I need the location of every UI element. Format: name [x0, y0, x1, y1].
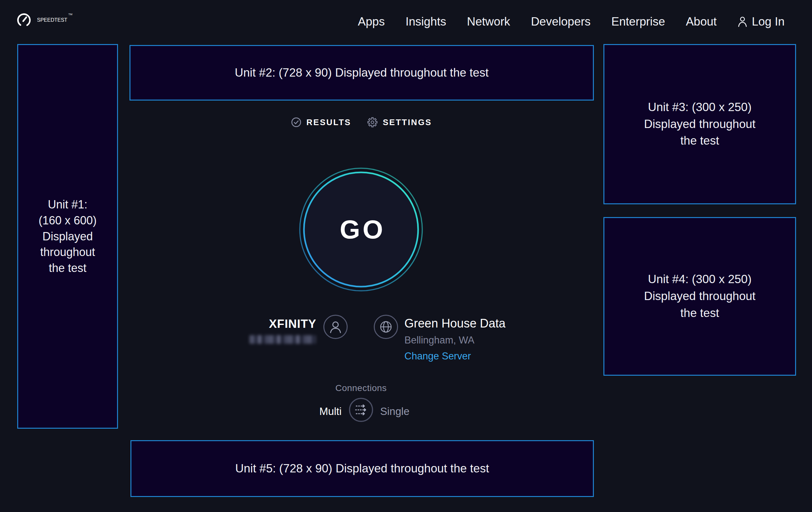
tab-results-label: RESULTS	[307, 117, 351, 127]
speedtest-logo[interactable]: SPEEDTEST™	[16, 12, 72, 28]
connection-mode-multi[interactable]: Multi	[287, 405, 342, 417]
nav-item-insights[interactable]: Insights	[405, 15, 446, 28]
go-button[interactable]: GO	[299, 167, 423, 292]
ad-unit-1: Unit #1: (160 x 600) Displayed throughou…	[17, 44, 118, 429]
ad-text: Unit #5: (728 x 90) Displayed throughout…	[235, 462, 489, 475]
ip-address-redacted	[250, 335, 316, 344]
ad-text-line: throughout	[40, 244, 95, 260]
speedometer-icon	[16, 12, 32, 28]
nav-menu: Apps Insights Network Developers Enterpr…	[358, 0, 785, 44]
multi-connections-icon	[349, 397, 374, 422]
ad-text-line: Displayed throughout	[644, 116, 756, 133]
login-label: Log In	[752, 15, 785, 28]
nav-item-about[interactable]: About	[686, 15, 717, 28]
ad-text-line: the test	[680, 305, 719, 322]
ad-text-line: the test	[49, 260, 86, 276]
speedtest-page: SPEEDTEST™ Apps Insights Network Develop…	[0, 0, 812, 512]
user-icon	[737, 16, 748, 27]
ad-unit-3: Unit #3: (300 x 250) Displayed throughou…	[603, 44, 796, 204]
go-label: GO	[299, 167, 423, 292]
ad-text-line: Unit #3: (300 x 250)	[648, 99, 752, 116]
nav-item-network[interactable]: Network	[467, 15, 510, 28]
ad-text-line: the test	[680, 132, 719, 150]
nav-item-apps[interactable]: Apps	[358, 15, 385, 28]
isp-name: XFINITY	[236, 317, 316, 331]
ad-unit-4: Unit #4: (300 x 250) Displayed throughou…	[603, 217, 796, 376]
ad-text-line: (160 x 600)	[38, 213, 97, 228]
view-tabs: RESULTS SETTINGS	[291, 117, 432, 128]
login-button[interactable]: Log In	[737, 15, 785, 28]
ad-text: Unit #2: (728 x 90) Displayed throughout…	[235, 66, 489, 79]
server-name: Green House Data	[404, 317, 505, 330]
logo-text: SPEEDTEST™	[37, 17, 72, 23]
ad-text-line: Unit #1:	[48, 197, 87, 213]
globe-icon	[374, 315, 398, 341]
ad-unit-5: Unit #5: (728 x 90) Displayed throughout…	[130, 440, 594, 497]
trademark-mark: ™	[68, 12, 73, 18]
gear-icon	[367, 117, 378, 128]
tab-settings[interactable]: SETTINGS	[367, 117, 432, 128]
ad-text-line: Displayed throughout	[644, 288, 756, 305]
ad-unit-2: Unit #2: (728 x 90) Displayed throughout…	[129, 45, 594, 101]
isp-user-circle-icon	[323, 315, 348, 341]
change-server-link[interactable]: Change Server	[404, 350, 471, 362]
ad-text-line: Displayed	[42, 228, 93, 244]
check-circle-icon	[291, 117, 302, 128]
connections-label: Connections	[335, 383, 386, 393]
tab-results[interactable]: RESULTS	[291, 117, 351, 128]
tab-settings-label: SETTINGS	[383, 117, 432, 127]
connections-toggle[interactable]	[349, 397, 374, 422]
nav-item-enterprise[interactable]: Enterprise	[611, 15, 665, 28]
ad-text-line: Unit #4: (300 x 250)	[648, 271, 752, 288]
connection-mode-single[interactable]: Single	[380, 405, 409, 417]
server-location: Bellingham, WA	[404, 334, 474, 346]
nav-item-developers[interactable]: Developers	[531, 15, 591, 28]
